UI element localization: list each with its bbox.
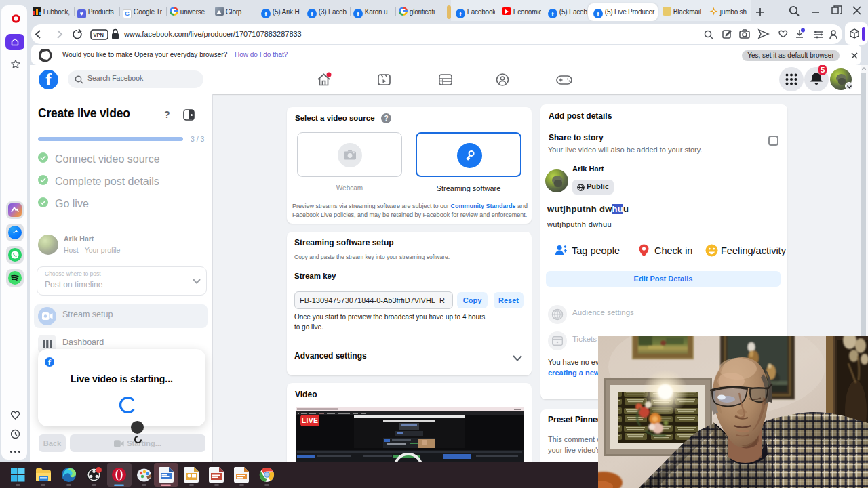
svg-text:VPN: VPN bbox=[94, 32, 104, 38]
